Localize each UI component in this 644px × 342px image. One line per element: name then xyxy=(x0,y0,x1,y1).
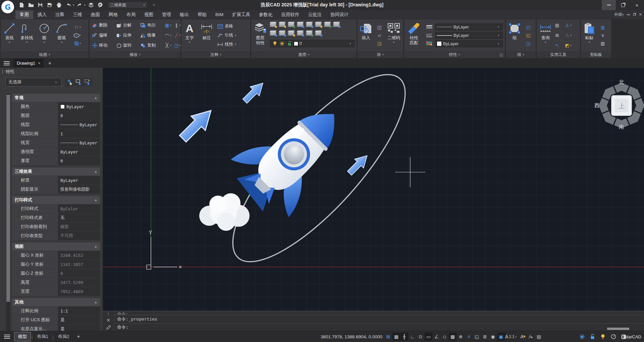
linetype-select[interactable]: ByLayer▾ xyxy=(435,23,503,30)
status-menu-icon[interactable] xyxy=(0,335,14,339)
snap-icon[interactable]: ⊞ xyxy=(384,333,392,341)
menu-tab-管理[interactable]: 管理 xyxy=(158,10,175,19)
collapse-icon[interactable]: ▲ xyxy=(94,300,97,304)
hatch-icon[interactable] xyxy=(73,41,79,47)
command-scrollbar[interactable] xyxy=(607,328,629,330)
edit-command-icon[interactable] xyxy=(106,325,111,330)
break-icon[interactable]: ╱ xyxy=(173,32,179,39)
match-properties-button[interactable]: 特性匹配 xyxy=(404,19,424,51)
close-tab-icon[interactable]: × xyxy=(38,61,41,66)
ellipse-icon[interactable] xyxy=(73,32,79,39)
property-value[interactable]: ByLayer xyxy=(58,176,100,185)
layer-tool-icon[interactable] xyxy=(288,21,294,27)
property-value[interactable]: 投射和接收阴影 xyxy=(58,185,100,194)
select-object-icon[interactable] xyxy=(67,79,73,85)
palette-scrollbar[interactable] xyxy=(6,94,10,331)
appearance-menu[interactable]: 外观▾ xyxy=(614,12,624,17)
angle-snap-icon[interactable]: ∠ xyxy=(433,333,440,341)
property-row[interactable]: 线宽ByLayer xyxy=(12,138,100,147)
file-tab-drawing1[interactable]: Drawing1× xyxy=(13,59,44,68)
property-value[interactable]: 7852.4869 xyxy=(58,287,100,296)
panel-footer-modify[interactable]: 修改▾ xyxy=(90,51,180,58)
panel-footer-annotate[interactable]: 注释▾ xyxy=(181,51,250,58)
menu-tab-布局[interactable]: 布局 xyxy=(122,10,140,19)
section-header-打印样式[interactable]: 打印样式▲ xyxy=(12,196,100,204)
linetype-list-icon[interactable] xyxy=(426,32,432,39)
panel-footer-draw[interactable]: 绘图▾ xyxy=(1,51,89,58)
property-value[interactable]: 是 xyxy=(58,325,100,331)
menu-tab-常用[interactable]: 常用 xyxy=(15,10,33,19)
旋转-button[interactable]: 旋转 xyxy=(116,41,140,51)
workspace-select[interactable]: 二维草图▾ xyxy=(108,2,147,8)
layer-properties-button[interactable]: 图层特性 xyxy=(251,19,269,51)
drawing-canvas[interactable]: Y × xyxy=(103,68,644,331)
property-row[interactable]: 打印表类型不可用 xyxy=(12,231,100,240)
chat-icon[interactable] xyxy=(96,1,104,9)
layout-tab-布局2[interactable]: 布局2 xyxy=(54,332,73,341)
layer-states-icon[interactable] xyxy=(87,1,95,9)
inquiry-button[interactable]: 查询▾ xyxy=(537,19,554,51)
property-value[interactable]: 是 xyxy=(58,316,100,324)
toolbar-overflow-icon[interactable]: ▾ xyxy=(153,3,155,7)
tips-bulb-icon[interactable] xyxy=(599,333,607,341)
line-button[interactable]: 直线▾ xyxy=(1,19,18,51)
property-row[interactable]: 打印表附着到模型 xyxy=(12,222,100,231)
leader-button[interactable]: 引线▾ xyxy=(217,31,238,40)
property-row[interactable]: 圆心 Z 坐标0 xyxy=(12,269,100,278)
copy-base-icon[interactable]: ▧ xyxy=(600,41,606,47)
panel-footer-utilities[interactable]: 实用工具 xyxy=(537,51,580,58)
new-tab-button[interactable]: + xyxy=(44,60,56,67)
file-tab-menu-icon[interactable] xyxy=(0,61,13,65)
property-row[interactable]: 圆心 Y 坐标1142.3857 xyxy=(12,260,100,269)
align-icon[interactable]: ∥ xyxy=(173,22,179,28)
close-button[interactable]: × xyxy=(630,0,644,10)
panel-footer-clipboard[interactable]: 剪贴板 xyxy=(581,51,611,58)
id-point-icon[interactable]: ↖ xyxy=(554,43,560,49)
doc-restore-button[interactable] xyxy=(633,13,636,16)
layer-select[interactable]: 0 ▾ xyxy=(270,40,355,47)
viewcube-west-label[interactable]: 西 xyxy=(594,102,599,109)
分解-button[interactable]: 分解 xyxy=(116,20,140,30)
property-row[interactable]: 圆心 X 坐标3260.4152 xyxy=(12,251,100,260)
layer-tool-icon[interactable] xyxy=(297,21,303,27)
viewcube-north-label[interactable]: 北 xyxy=(619,79,624,85)
angle-measure-icon[interactable]: ∠ xyxy=(564,22,570,28)
save-as-icon[interactable] xyxy=(46,1,54,9)
quick-select-icon[interactable] xyxy=(76,79,82,85)
property-value[interactable]: 3477.5299 xyxy=(58,278,100,287)
layer-tool-icon[interactable] xyxy=(279,21,285,27)
ungroup-icon[interactable]: ◱ xyxy=(525,32,531,39)
text-button[interactable]: A 文字▾ xyxy=(181,19,198,51)
property-value[interactable]: ByLayer xyxy=(58,120,100,129)
section-header-其他[interactable]: 其他▲ xyxy=(12,298,100,306)
property-value[interactable]: 0 xyxy=(58,111,100,120)
property-row[interactable]: 阴影显示投射和接收阴影 xyxy=(12,185,100,194)
command-prompt[interactable]: 命令: xyxy=(114,324,643,331)
property-value[interactable]: 3260.4152 xyxy=(58,251,100,260)
point-style-icon[interactable]: ∷ xyxy=(73,24,79,30)
删除-button[interactable]: 删除 xyxy=(92,20,116,30)
property-value[interactable]: 不可用 xyxy=(58,231,100,240)
property-value[interactable]: ByLayer xyxy=(58,147,100,156)
property-row[interactable]: 材质ByLayer xyxy=(12,176,100,185)
property-row[interactable]: 在原点显示...是 xyxy=(12,325,100,331)
移动-button[interactable]: 移动 xyxy=(92,41,116,51)
chevron-down-icon[interactable]: ▾ xyxy=(79,26,83,29)
拉伸-button[interactable]: 拉伸 xyxy=(116,30,140,41)
property-row[interactable]: 图层0 xyxy=(12,111,100,120)
arc-button[interactable]: 圆弧▾ xyxy=(53,19,70,51)
property-value[interactable]: 1 xyxy=(58,129,100,138)
collapse-icon[interactable]: ▲ xyxy=(94,96,97,99)
group-edit-icon[interactable]: ◰ xyxy=(525,24,531,30)
select-all-icon[interactable] xyxy=(85,79,91,85)
property-value[interactable]: 0 xyxy=(58,156,100,165)
viewcube-south-label[interactable]: 南 xyxy=(619,124,624,130)
layer-tool-icon[interactable] xyxy=(306,30,312,36)
property-row[interactable]: 透明度ByLayer xyxy=(12,147,100,156)
property-row[interactable]: 颜色ByLayer xyxy=(12,102,100,111)
settings-gear-icon[interactable] xyxy=(578,333,586,341)
collapse-icon[interactable]: ▲ xyxy=(94,245,97,248)
close-command-icon[interactable]: ✕ xyxy=(106,318,110,323)
workspace-icon[interactable]: ▣ xyxy=(497,333,505,341)
qrcode-button[interactable]: 二维码▾ xyxy=(384,19,403,51)
